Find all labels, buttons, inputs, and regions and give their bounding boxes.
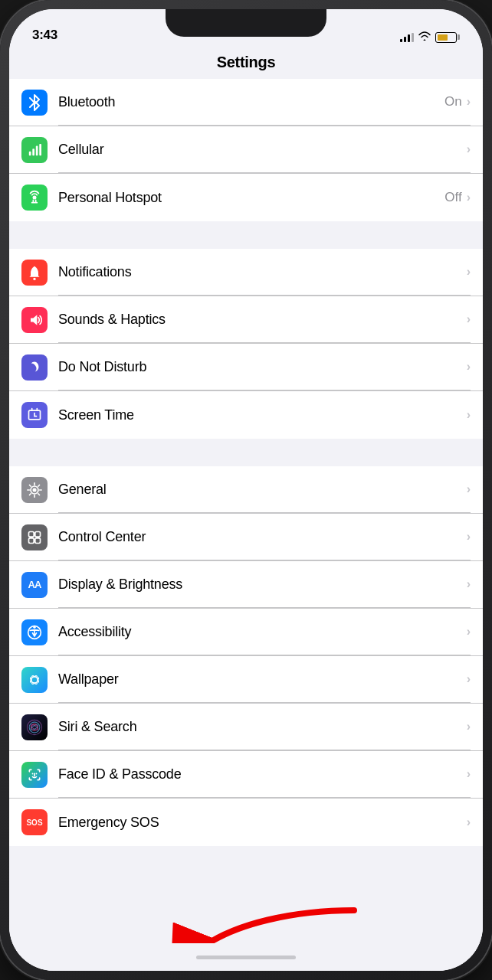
display-chevron: › bbox=[467, 577, 471, 591]
settings-item-sounds[interactable]: Sounds & Haptics › bbox=[9, 296, 483, 344]
siri-icon bbox=[21, 714, 48, 740]
home-bar bbox=[196, 956, 296, 959]
bottom-padding bbox=[9, 846, 483, 943]
svg-point-5 bbox=[33, 277, 35, 279]
wallpaper-label: Wallpaper bbox=[58, 671, 119, 688]
notifications-content: Notifications › bbox=[58, 249, 471, 296]
signal-icon bbox=[400, 33, 414, 42]
dnd-icon bbox=[21, 354, 48, 381]
sounds-right: › bbox=[465, 312, 471, 326]
siri-label: Siri & Search bbox=[58, 719, 136, 735]
notifications-label: Notifications bbox=[58, 264, 131, 280]
settings-item-display[interactable]: AA Display & Brightness › bbox=[9, 561, 483, 609]
general-label: General bbox=[58, 482, 107, 498]
phone-screen: 3:43 bbox=[9, 9, 483, 971]
section-system2: General › bbox=[9, 466, 483, 846]
screentime-content: Screen Time › bbox=[58, 391, 471, 439]
controlcenter-chevron: › bbox=[467, 530, 471, 544]
bluetooth-right: On › bbox=[444, 94, 471, 109]
settings-item-sos[interactable]: SOS Emergency SOS › bbox=[9, 799, 483, 846]
wallpaper-chevron: › bbox=[467, 672, 471, 686]
section-network: Bluetooth On › bbox=[9, 79, 483, 221]
sos-label: Emergency SOS bbox=[58, 815, 159, 831]
notifications-chevron: › bbox=[467, 265, 471, 279]
faceid-icon bbox=[21, 762, 48, 788]
svg-rect-14 bbox=[29, 537, 34, 543]
sounds-label: Sounds & Haptics bbox=[58, 312, 166, 328]
accessibility-right: › bbox=[465, 625, 471, 639]
faceid-content: Face ID & Passcode › bbox=[58, 751, 471, 798]
svg-rect-3 bbox=[39, 143, 41, 155]
faceid-right: › bbox=[465, 767, 471, 781]
bluetooth-icon bbox=[21, 90, 48, 116]
cellular-right: › bbox=[465, 142, 471, 156]
display-right: › bbox=[465, 577, 471, 591]
bluetooth-chevron: › bbox=[467, 95, 471, 109]
display-icon: AA bbox=[21, 572, 48, 598]
hotspot-icon bbox=[21, 185, 48, 211]
controlcenter-icon bbox=[21, 524, 48, 550]
wallpaper-content: Wallpaper › bbox=[58, 656, 471, 703]
settings-item-notifications[interactable]: Notifications › bbox=[9, 249, 483, 296]
sos-chevron: › bbox=[467, 815, 471, 829]
bluetooth-label: Bluetooth bbox=[58, 94, 115, 110]
page-title: Settings bbox=[25, 54, 467, 71]
settings-item-general[interactable]: General › bbox=[9, 466, 483, 514]
hotspot-right: Off › bbox=[444, 190, 471, 205]
status-icons bbox=[400, 31, 460, 43]
siri-right: › bbox=[465, 720, 471, 733]
dnd-right: › bbox=[465, 360, 471, 374]
accessibility-chevron: › bbox=[467, 625, 471, 639]
siri-chevron: › bbox=[467, 720, 471, 733]
bluetooth-value: On bbox=[444, 94, 462, 109]
notifications-icon bbox=[21, 260, 48, 286]
svg-rect-1 bbox=[32, 149, 34, 155]
general-content: General › bbox=[58, 466, 471, 513]
display-label: Display & Brightness bbox=[58, 577, 182, 593]
general-icon bbox=[21, 477, 48, 503]
settings-item-screentime[interactable]: Screen Time › bbox=[9, 391, 483, 439]
screentime-chevron: › bbox=[467, 408, 471, 422]
settings-item-cellular[interactable]: Cellular › bbox=[9, 126, 483, 174]
navigation-bar: Settings bbox=[9, 47, 483, 79]
settings-item-dnd[interactable]: Do Not Disturb › bbox=[9, 344, 483, 391]
notifications-right: › bbox=[465, 265, 471, 279]
sounds-content: Sounds & Haptics › bbox=[58, 296, 471, 343]
settings-item-bluetooth[interactable]: Bluetooth On › bbox=[9, 79, 483, 126]
sounds-icon bbox=[21, 307, 48, 333]
settings-item-accessibility[interactable]: Accessibility › bbox=[9, 609, 483, 656]
settings-item-controlcenter[interactable]: Control Center › bbox=[9, 514, 483, 561]
screen-content: 3:43 bbox=[9, 9, 483, 971]
sos-content: Emergency SOS › bbox=[58, 799, 471, 846]
svg-rect-2 bbox=[36, 145, 38, 155]
general-chevron: › bbox=[467, 482, 471, 496]
svg-rect-13 bbox=[35, 531, 41, 537]
screentime-right: › bbox=[465, 408, 471, 422]
display-content: Display & Brightness › bbox=[58, 561, 471, 608]
section-gap-2 bbox=[9, 439, 483, 466]
dnd-content: Do Not Disturb › bbox=[58, 344, 471, 390]
faceid-chevron: › bbox=[467, 767, 471, 781]
svg-rect-12 bbox=[29, 531, 34, 537]
notch bbox=[166, 9, 326, 37]
hotspot-content: Personal Hotspot Off › bbox=[58, 174, 471, 221]
section-gap-1 bbox=[9, 221, 483, 249]
controlcenter-right: › bbox=[465, 530, 471, 544]
settings-item-wallpaper[interactable]: Wallpaper › bbox=[9, 656, 483, 704]
svg-point-20 bbox=[29, 722, 40, 733]
settings-item-hotspot[interactable]: Personal Hotspot Off › bbox=[9, 174, 483, 221]
cellular-chevron: › bbox=[467, 142, 471, 156]
settings-item-faceid[interactable]: Face ID & Passcode › bbox=[9, 751, 483, 799]
settings-item-siri[interactable]: Siri & Search › bbox=[9, 704, 483, 751]
siri-content: Siri & Search › bbox=[58, 704, 471, 750]
wallpaper-icon bbox=[21, 667, 48, 693]
svg-point-18 bbox=[31, 676, 38, 682]
home-indicator bbox=[9, 943, 483, 971]
accessibility-label: Accessibility bbox=[58, 624, 131, 640]
faceid-label: Face ID & Passcode bbox=[58, 766, 181, 782]
wifi-icon bbox=[418, 31, 431, 43]
phone-frame: 3:43 bbox=[0, 0, 492, 980]
section-system1: Notifications › bbox=[9, 249, 483, 439]
sos-right: › bbox=[465, 815, 471, 829]
svg-point-10 bbox=[33, 488, 37, 492]
